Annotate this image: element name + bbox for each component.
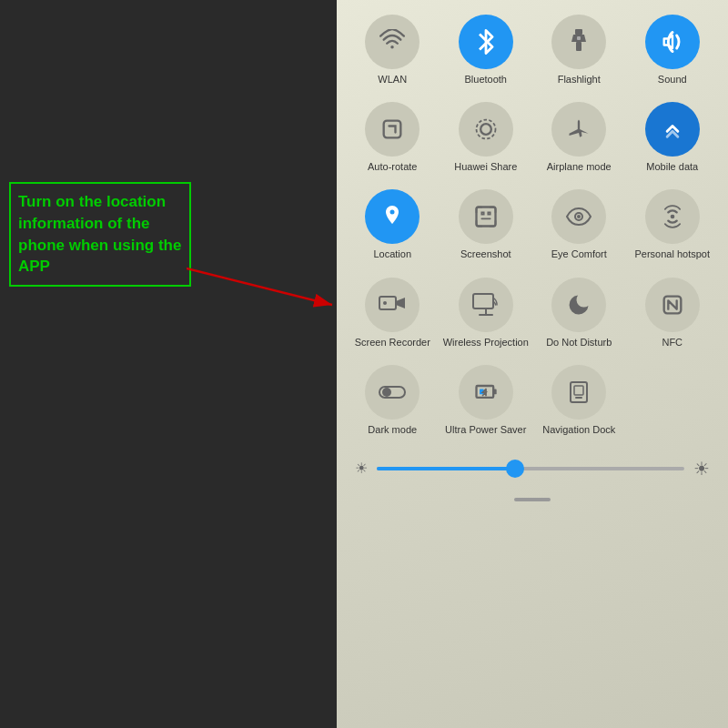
control-airplane-mode[interactable]: Airplane mode [536,102,622,173]
svg-rect-23 [493,389,497,394]
airplane-mode-label: Airplane mode [547,161,612,173]
svg-point-14 [670,215,674,219]
svg-point-9 [476,120,495,139]
screenshot-circle [459,189,513,244]
control-dark-mode[interactable]: Dark mode [349,365,436,436]
svg-rect-11 [476,207,495,227]
svg-rect-18 [473,294,493,308]
svg-rect-6 [577,36,581,40]
control-do-not-disturb[interactable]: Do Not Disturb [536,278,622,349]
airplane-icon [566,116,592,142]
huawei-share-label: Huawei Share [454,161,517,173]
bluetooth-label: Bluetooth [465,74,507,86]
control-sound[interactable]: Sound [630,15,716,86]
control-navigation-dock[interactable]: Navigation Dock [536,365,622,436]
svg-point-17 [383,301,387,305]
svg-point-2 [391,46,395,49]
controls-row-1: WLAN Bluetooth Flashlight [346,9,719,91]
control-wlan[interactable]: WLAN [349,15,436,86]
auto-rotate-circle [365,102,420,157]
control-wireless-projection[interactable]: Wireless Projection [443,278,530,349]
svg-point-8 [480,124,491,135]
dark-icon [378,381,407,403]
sound-icon [660,29,685,55]
control-huawei-share[interactable]: Huawei Share [443,102,530,173]
wifi-icon [379,29,405,55]
svg-point-13 [577,215,581,218]
wlan-circle [365,15,420,69]
data-icon [660,116,685,142]
eye-comfort-label: Eye Comfort [551,248,607,260]
bluetooth-circle [459,15,513,69]
brightness-row: ☀ ☀ [346,450,719,487]
wireless-projection-label: Wireless Projection [443,337,529,349]
sound-label: Sound [658,74,687,86]
svg-marker-16 [396,298,405,308]
personal-hotspot-circle [645,189,700,244]
arrow [187,259,369,314]
wireless-projection-circle [459,278,513,332]
controls-row-3: Location Screenshot Eye Co [346,184,719,266]
dark-mode-circle [365,365,420,420]
huawei-share-circle [459,102,513,157]
share-icon [473,116,499,142]
svg-rect-3 [575,29,582,35]
eye-icon [566,207,592,227]
moon-icon [566,292,592,318]
control-auto-rotate[interactable]: Auto-rotate [349,102,436,173]
flashlight-icon [568,29,590,55]
location-icon [380,204,404,229]
controls-row-5: Dark mode Ultra Power Saver [346,359,719,441]
control-nfc[interactable]: NFC [630,278,716,349]
control-ultra-power-saver[interactable]: Ultra Power Saver [443,365,530,436]
annotation-text: Turn on the location information of the … [18,193,181,275]
wlan-label: WLAN [378,74,407,86]
navigation-dock-label: Navigation Dock [542,424,615,436]
rotate-icon [379,116,405,142]
recorder-icon [379,294,406,316]
do-not-disturb-circle [551,278,606,332]
location-circle [365,189,420,244]
wireless-icon [472,293,500,317]
brightness-max-icon: ☀ [693,458,710,480]
bottom-handle [346,492,719,507]
control-personal-hotspot[interactable]: Personal hotspot [630,189,716,260]
nfc-icon [660,292,685,318]
svg-rect-15 [379,297,396,309]
bluetooth-icon [476,29,496,55]
svg-point-21 [382,388,391,397]
screenshot-icon [473,204,499,229]
control-eye-comfort[interactable]: Eye Comfort [536,189,622,260]
controls-row-2: Auto-rotate Huawei Share Airplane mode [346,96,719,178]
brightness-min-icon: ☀ [355,460,368,477]
control-mobile-data[interactable]: Mobile data [630,102,716,173]
flashlight-circle [551,15,606,69]
screenshot-label: Screenshot [460,248,511,260]
brightness-track[interactable] [377,467,684,470]
brightness-fill [377,467,515,470]
navigation-dock-circle [551,365,606,420]
ultra-power-saver-label: Ultra Power Saver [445,424,526,436]
flashlight-label: Flashlight [558,74,601,86]
dark-mode-label: Dark mode [368,424,417,436]
auto-rotate-label: Auto-rotate [368,161,417,173]
control-screenshot[interactable]: Screenshot [443,189,530,260]
svg-line-1 [187,268,332,305]
hotspot-icon [660,204,685,229]
airplane-mode-circle [551,102,606,157]
ultra-power-saver-circle [459,365,513,420]
control-flashlight[interactable]: Flashlight [536,15,622,86]
nfc-circle [645,278,700,332]
control-bluetooth[interactable]: Bluetooth [443,15,530,86]
power-icon [473,379,499,405]
svg-rect-5 [576,42,581,51]
nav-icon [567,379,591,405]
svg-point-10 [390,210,395,215]
control-empty [630,365,716,436]
control-location[interactable]: Location [349,189,436,260]
eye-comfort-circle [551,189,606,244]
mobile-data-label: Mobile data [646,161,698,173]
svg-rect-7 [384,121,401,138]
screen-recorder-circle [365,278,420,332]
phone-panel: WLAN Bluetooth Flashlight [337,0,728,728]
